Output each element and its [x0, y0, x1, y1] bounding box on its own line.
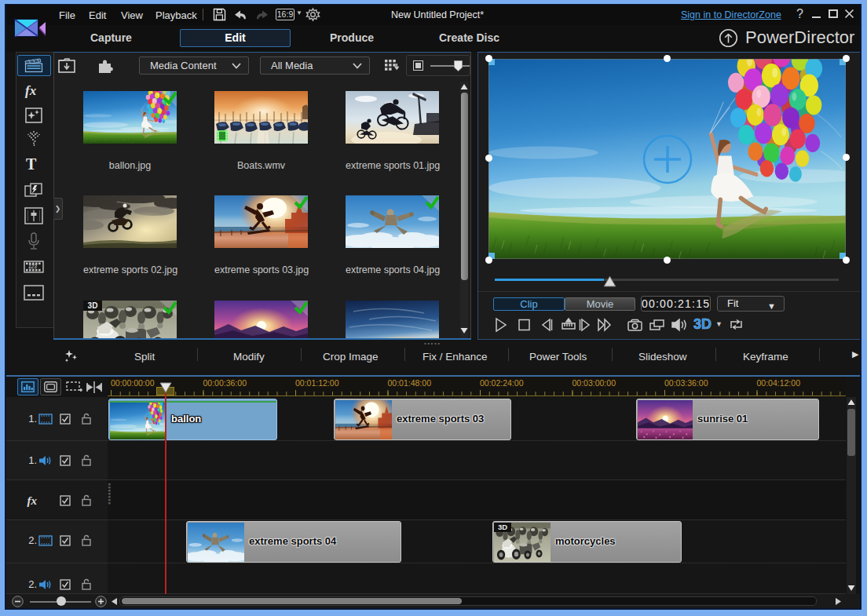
svg-text:3D: 3D: [693, 316, 712, 332]
svg-text:00:03:00:00: 00:03:00:00: [573, 378, 616, 388]
svg-text:123: 123: [28, 264, 37, 269]
svg-text:00:00:00:00: 00:00:00:00: [111, 378, 155, 388]
svg-text:00:02:24:00: 00:02:24:00: [480, 378, 524, 388]
svg-text:00:03:36:00: 00:03:36:00: [664, 378, 708, 388]
svg-text:00:01:48:00: 00:01:48:00: [388, 378, 432, 388]
svg-text:00:04:12:00: 00:04:12:00: [757, 378, 801, 388]
svg-text:00:01:12:00: 00:01:12:00: [295, 378, 339, 388]
svg-text:00:00:36:00: 00:00:36:00: [203, 378, 247, 388]
